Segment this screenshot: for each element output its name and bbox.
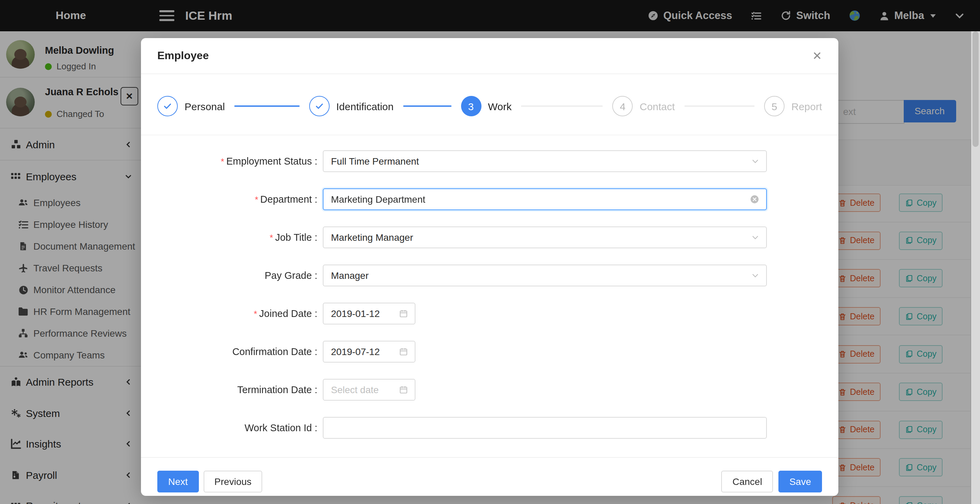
form-row-employment-status: *Employment Status : Full Time Permanent [158, 150, 822, 172]
input-value: Marketing Department [331, 194, 425, 205]
chevron-down-icon [751, 157, 759, 165]
step-report[interactable]: 5 Report [764, 96, 822, 116]
scrollbar-thumb[interactable] [972, 31, 978, 147]
step-connector [403, 105, 451, 107]
modal-header: Employee ✕ [141, 38, 838, 74]
step-connector [234, 105, 299, 107]
close-icon[interactable]: ✕ [813, 50, 822, 62]
step-work[interactable]: 3 Work [461, 96, 612, 116]
modal-footer: Next Previous Cancel Save [141, 457, 838, 496]
scrollbar[interactable] [971, 31, 980, 504]
step-identification[interactable]: Identification [309, 96, 461, 116]
field-label: Work Station Id : [158, 422, 323, 433]
step-number: 4 [612, 96, 633, 116]
step-label: Personal [185, 100, 225, 112]
select-value: Manager [331, 270, 369, 281]
app-root: Home ICE Hrm Quick Access Switch [0, 0, 980, 504]
modal-title: Employee [158, 50, 209, 62]
pay-grade-select[interactable]: Manager [323, 265, 767, 286]
chevron-down-icon [751, 233, 759, 241]
field-label: Confirmation Date : [158, 346, 323, 357]
cancel-button[interactable]: Cancel [722, 471, 773, 493]
termination-date-picker[interactable]: Select date [323, 379, 415, 401]
employee-modal: Employee ✕ Personal Identification 3 [141, 38, 838, 496]
step-label: Report [791, 100, 822, 112]
field-label: *Department : [158, 194, 323, 205]
confirmation-date-picker[interactable]: 2019-07-12 [323, 341, 415, 363]
clear-circle-icon[interactable] [750, 195, 759, 204]
job-title-select[interactable]: Marketing Manager [323, 227, 767, 248]
calendar-icon [399, 309, 408, 318]
required-asterisk: * [254, 309, 257, 319]
calendar-icon [399, 385, 408, 394]
form-row-joined-date: *Joined Date : 2019-01-12 [158, 303, 822, 325]
field-label: Termination Date : [158, 384, 323, 395]
date-placeholder: Select date [331, 384, 379, 395]
select-value: Full Time Permanent [331, 156, 419, 166]
select-value: Marketing Manager [331, 232, 413, 243]
employment-status-select[interactable]: Full Time Permanent [323, 150, 767, 172]
step-check-icon [309, 96, 329, 116]
step-label: Contact [640, 100, 675, 112]
form-row-termination-date: Termination Date : Select date [158, 379, 822, 401]
department-input[interactable]: Marketing Department [323, 189, 767, 210]
work-station-id-input[interactable] [323, 417, 767, 439]
divider [141, 135, 838, 135]
work-form: *Employment Status : Full Time Permanent… [158, 150, 822, 439]
date-value: 2019-01-12 [331, 308, 380, 319]
step-number: 5 [764, 96, 784, 116]
step-contact[interactable]: 4 Contact [612, 96, 764, 116]
form-row-work-station-id: Work Station Id : [158, 417, 822, 439]
required-asterisk: * [221, 157, 224, 166]
field-label: *Employment Status : [158, 156, 323, 166]
step-number: 3 [461, 96, 481, 116]
step-personal[interactable]: Personal [158, 96, 309, 116]
next-button[interactable]: Next [158, 471, 199, 493]
step-connector [684, 105, 754, 107]
form-row-confirmation-date: Confirmation Date : 2019-07-12 [158, 341, 822, 363]
steps-wizard: Personal Identification 3 Work 4 Contact [158, 95, 822, 117]
step-connector [521, 105, 603, 107]
previous-button[interactable]: Previous [204, 471, 262, 493]
field-label: *Joined Date : [158, 308, 323, 319]
field-label: *Job Title : [158, 232, 323, 243]
form-row-job-title: *Job Title : Marketing Manager [158, 227, 822, 248]
form-row-pay-grade: Pay Grade : Manager [158, 265, 822, 286]
calendar-icon [399, 347, 408, 356]
required-asterisk: * [270, 233, 273, 243]
step-check-icon [158, 96, 178, 116]
chevron-down-icon [751, 271, 759, 279]
date-value: 2019-07-12 [331, 346, 380, 357]
save-button[interactable]: Save [778, 471, 822, 493]
required-asterisk: * [255, 195, 258, 205]
step-label: Identification [336, 100, 394, 112]
joined-date-picker[interactable]: 2019-01-12 [323, 303, 415, 325]
step-label: Work [488, 100, 511, 112]
form-row-department: *Department : Marketing Department [158, 189, 822, 210]
field-label: Pay Grade : [158, 270, 323, 281]
